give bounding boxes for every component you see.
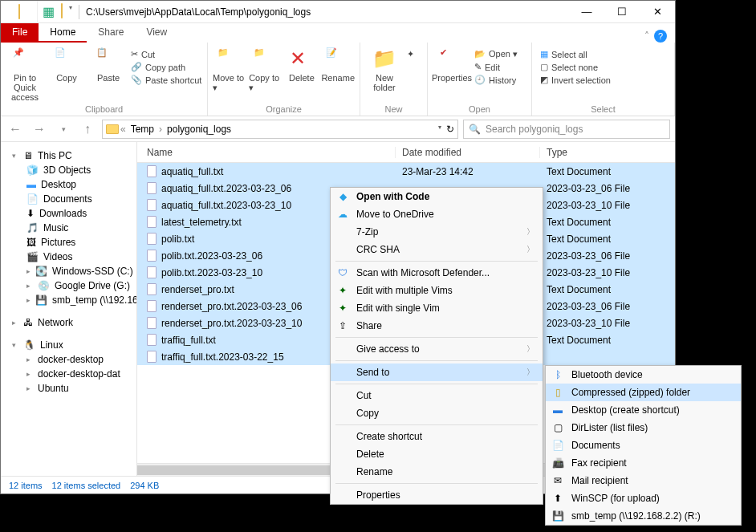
tab-view[interactable]: View (135, 23, 178, 43)
sendto-bluetooth[interactable]: ᛒBluetooth device (546, 366, 741, 384)
select-all-button[interactable]: ▦Select all (540, 49, 611, 59)
delete-button[interactable]: ✕Delete (285, 46, 318, 83)
properties-icon: ✔ (440, 47, 464, 71)
vim-icon: ✦ (335, 283, 350, 298)
search-input[interactable]: 🔍 Search polygoniq_logs (463, 120, 670, 139)
nav-smb-temp[interactable]: ▸💾smb_temp (\\192.16 (1, 293, 136, 307)
copy-button[interactable]: 📄Copy (47, 46, 86, 83)
rename-button[interactable]: 📝Rename (321, 46, 355, 83)
crumb-folder[interactable]: polygoniq_logs (164, 124, 234, 135)
paste-button[interactable]: 📋Paste (89, 46, 128, 83)
sendto-desktop[interactable]: ▬Desktop (create shortcut) (546, 401, 741, 419)
nav-network[interactable]: ▸🖧Network (1, 315, 136, 330)
nav-ubuntu[interactable]: ▸Ubuntu (1, 381, 136, 396)
nav-windows-ssd[interactable]: ▸💽Windows-SSD (C:) (1, 264, 136, 278)
col-date[interactable]: Date modified (396, 147, 540, 158)
qat-properties-icon[interactable]: ▦ (43, 4, 55, 19)
move-to-button[interactable]: 📁Move to ▾ (213, 46, 246, 93)
ctx-copy[interactable]: Copy (331, 404, 543, 422)
maximize-button[interactable]: ☐ (604, 1, 640, 23)
ctx-rename[interactable]: Rename (331, 463, 543, 481)
nav-docker-desktop[interactable]: ▸docker-desktop (1, 352, 136, 367)
open-button[interactable]: 📂Open ▾ (474, 49, 518, 59)
tab-file[interactable]: File (1, 23, 39, 43)
ctx-open-code[interactable]: ◆Open with Code (331, 188, 543, 205)
nav-videos[interactable]: 🎬Videos (1, 250, 136, 264)
ctx-properties[interactable]: Properties (331, 486, 543, 504)
tab-share[interactable]: Share (87, 23, 135, 43)
ribbon-collapse-icon[interactable]: ˄ (644, 30, 649, 42)
sendto-smb[interactable]: 💾smb_temp (\\192.168.2.2) (R:) (546, 507, 741, 525)
nav-downloads[interactable]: ⬇Downloads (1, 206, 136, 221)
chevron-right-icon: 〉 (526, 244, 534, 255)
copy-path-button[interactable]: 🔗Copy path (131, 62, 201, 72)
col-name[interactable]: Name (137, 147, 396, 158)
copy-to-button[interactable]: 📁Copy to ▾ (249, 46, 282, 93)
recent-button[interactable]: ▾ (54, 120, 73, 139)
new-item-button[interactable]: ✦ (407, 49, 414, 59)
qat-newfolder-icon[interactable] (61, 4, 63, 19)
select-none-button[interactable]: ▢Select none (540, 62, 611, 72)
new-folder-button[interactable]: 📁New folder (365, 46, 404, 92)
file-icon (147, 266, 156, 278)
sendto-documents[interactable]: 📄Documents (546, 437, 741, 454)
back-button[interactable]: ← (6, 120, 25, 139)
ctx-edit-single-vim[interactable]: ✦Edit with single Vim (331, 299, 543, 317)
ctx-give-access[interactable]: Give access to〉 (331, 340, 543, 358)
nav-google-drive[interactable]: ▸💿Google Drive (G:) (1, 278, 136, 293)
sendto-mail[interactable]: ✉Mail recipient (546, 472, 741, 489)
refresh-icon[interactable]: ↻ (446, 124, 454, 135)
qat-area (1, 1, 38, 23)
forward-button[interactable]: → (30, 120, 49, 139)
ctx-share[interactable]: ⇪Share (331, 317, 543, 335)
nav-docker-desktop-data[interactable]: ▸docker-desktop-dat (1, 367, 136, 381)
sendto-fax[interactable]: 📠Fax recipient (546, 454, 741, 472)
ctx-defender[interactable]: 🛡Scan with Microsoft Defender... (331, 264, 543, 282)
nav-3d-objects[interactable]: 🧊3D Objects (1, 163, 136, 177)
file-icon (147, 250, 156, 262)
properties-button[interactable]: ✔Properties (433, 46, 471, 83)
tab-home[interactable]: Home (39, 23, 87, 43)
vscode-icon: ◆ (335, 189, 350, 204)
nav-this-pc[interactable]: ▾🖥This PC (1, 148, 136, 163)
ctx-delete[interactable]: Delete (331, 445, 543, 463)
close-button[interactable]: ✕ (640, 1, 675, 23)
chevron-icon[interactable]: « (120, 124, 126, 135)
sendto-winscp[interactable]: ⬆WinSCP (for upload) (546, 489, 741, 507)
nav-pictures[interactable]: 🖼Pictures (1, 235, 136, 250)
history-button[interactable]: 🕘History (474, 75, 518, 85)
minimize-button[interactable]: — (569, 1, 604, 23)
nav-music[interactable]: 🎵Music (1, 221, 136, 235)
file-name: polib.txt (161, 234, 194, 245)
pin-quick-button[interactable]: 📌Pin to Quick access (6, 46, 44, 102)
breadcrumb[interactable]: « Temp › polygoniq_logs ▾ ↻ (102, 120, 458, 139)
ctx-create-shortcut[interactable]: Create shortcut (331, 428, 543, 445)
edit-button[interactable]: ✎Edit (474, 62, 518, 72)
nav-desktop[interactable]: ▬Desktop (1, 177, 136, 192)
ctx-send-to[interactable]: Send to〉 (331, 363, 543, 381)
ctx-7zip[interactable]: 7-Zip〉 (331, 223, 543, 241)
scroll-thumb[interactable] (137, 465, 330, 475)
ctx-edit-multi-vim[interactable]: ✦Edit with multiple Vims (331, 282, 543, 299)
table-row[interactable]: aquatiq_full.txt23-Mar-23 14:42Text Docu… (137, 163, 675, 180)
paste-shortcut-button[interactable]: 📎Paste shortcut (131, 75, 201, 85)
file-type: 2023-03-23_10 File (540, 318, 675, 329)
invert-selection-button[interactable]: ◩Invert selection (540, 75, 611, 85)
nav-linux[interactable]: ▾🐧Linux (1, 338, 136, 352)
col-type[interactable]: Type (540, 147, 675, 158)
help-icon[interactable]: ? (654, 30, 667, 43)
up-button[interactable]: ↑ (78, 120, 97, 139)
crumb-temp[interactable]: Temp (128, 124, 157, 135)
delete-icon: ✕ (290, 47, 314, 71)
qat-dropdown-icon[interactable]: ▾ (69, 4, 72, 19)
ctx-onedrive[interactable]: ☁Move to OneDrive (331, 205, 543, 223)
file-name: aquatiq_full.txt (161, 166, 223, 177)
nav-documents[interactable]: 📄Documents (1, 192, 136, 206)
ctx-cut[interactable]: Cut (331, 387, 543, 404)
sendto-zip[interactable]: ▯Compressed (zipped) folder (546, 384, 741, 401)
cut-button[interactable]: ✂Cut (131, 49, 201, 59)
addr-dropdown-icon[interactable]: ▾ (438, 124, 441, 135)
sendto-dirlister[interactable]: ▢DirLister (list files) (546, 419, 741, 437)
download-icon: ⬇ (26, 208, 35, 219)
ctx-crc-sha[interactable]: CRC SHA〉 (331, 241, 543, 258)
